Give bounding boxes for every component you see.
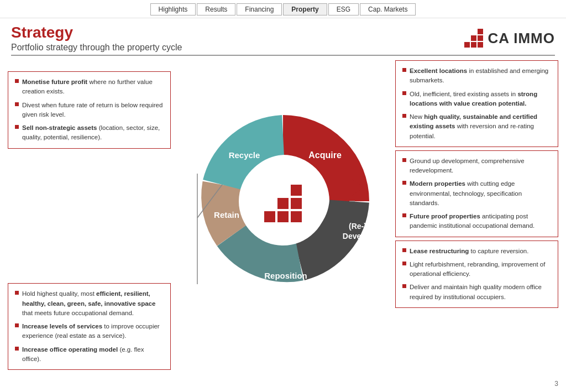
svg-text:(Re-): (Re-) (349, 222, 366, 231)
svg-text:Reposition: Reposition (264, 271, 307, 280)
top-navigation: Highlights Results Financing Property ES… (0, 0, 566, 18)
header-divider (11, 55, 555, 56)
bullet-icon (402, 68, 406, 72)
list-item: Excellent locations in established and e… (402, 66, 551, 86)
bullet-text: Divest when future rate of return is bel… (22, 101, 164, 120)
bullet-text: Sell non-strategic assets (location, sec… (22, 123, 164, 143)
list-item: Ground up development, comprehensive red… (402, 156, 551, 176)
svg-rect-1 (264, 211, 275, 222)
tab-cap-markets[interactable]: Cap. Markets (360, 3, 416, 15)
list-item: Divest when future rate of return is bel… (15, 101, 164, 120)
list-item: Sell non-strategic assets (location, sec… (15, 123, 164, 143)
svg-rect-6 (291, 185, 302, 196)
bullet-text: Increase levels of services to improve o… (22, 322, 164, 341)
logo-icon (464, 29, 483, 48)
bullet-icon (402, 91, 406, 95)
bullet-icon (15, 125, 19, 129)
bullet-icon (402, 262, 406, 265)
svg-rect-5 (291, 198, 302, 209)
page-number: 3 (554, 380, 558, 388)
tab-property[interactable]: Property (283, 3, 327, 15)
bullet-icon (402, 114, 406, 118)
bullet-text: New high quality, sustainable and certif… (410, 112, 551, 141)
list-item: Old, inefficient, tired existing assets … (402, 90, 551, 109)
bullet-icon (15, 347, 19, 351)
tab-esg[interactable]: ESG (328, 3, 359, 15)
tab-results[interactable]: Results (197, 3, 235, 15)
bullet-icon (15, 102, 19, 106)
list-item: Modern properties with cutting edge envi… (402, 179, 551, 208)
tab-financing[interactable]: Financing (237, 3, 282, 15)
right-acquire-box: Excellent locations in established and e… (395, 60, 558, 147)
list-item: Increase levels of services to improve o… (15, 322, 164, 341)
bullet-text: Lease restructuring to capture reversion… (410, 247, 551, 256)
svg-text:Retain: Retain (214, 210, 239, 219)
bullet-text: Modern properties with cutting edge envi… (410, 179, 551, 208)
list-item: Increase office operating model (e.g. fl… (15, 345, 164, 364)
svg-rect-3 (291, 211, 302, 222)
main-content: Monetise future profit where no further … (0, 60, 566, 370)
bullet-icon (402, 158, 406, 162)
bullet-text: Increase office operating model (e.g. fl… (22, 345, 164, 364)
bullet-text: Old, inefficient, tired existing assets … (410, 90, 551, 109)
list-item: New high quality, sustainable and certif… (402, 112, 551, 141)
bullet-text: Deliver and maintain high quality modern… (410, 283, 551, 302)
page-header: Strategy Portfolio strategy through the … (0, 18, 566, 55)
bullet-text: Hold highest quality, most efficient, re… (22, 289, 164, 318)
bullet-text: Future proof properties anticipating pos… (410, 212, 551, 231)
bullet-icon (15, 323, 19, 327)
logo-text: CA IMMO (488, 30, 555, 47)
bullet-icon (15, 291, 19, 295)
left-top-box: Monetise future profit where no further … (8, 71, 171, 149)
right-redevelop-box: Ground up development, comprehensive red… (395, 150, 558, 237)
svg-text:Acquire: Acquire (308, 150, 342, 160)
header-text: Strategy Portfolio strategy through the … (11, 24, 182, 53)
list-item: Future proof properties anticipating pos… (402, 212, 551, 231)
bullet-icon (402, 284, 406, 288)
company-logo: CA IMMO (464, 29, 555, 48)
cycle-svg: Acquire (Re-) Develop Reposition Retain … (189, 107, 377, 323)
cycle-diagram: Acquire (Re-) Develop Reposition Retain … (171, 60, 395, 370)
left-bottom-box: Hold highest quality, most efficient, re… (8, 283, 171, 370)
svg-text:Recycle: Recycle (229, 150, 260, 160)
bullet-icon (15, 79, 19, 83)
list-item: Lease restructuring to capture reversion… (402, 247, 551, 256)
list-item: Monetise future profit where no further … (15, 77, 164, 97)
list-item: Hold highest quality, most efficient, re… (15, 289, 164, 318)
bullet-text: Light refurbishment, rebranding, improve… (410, 260, 551, 279)
svg-text:Develop: Develop (343, 232, 373, 241)
bullet-text: Excellent locations in established and e… (410, 66, 551, 86)
left-panel: Monetise future profit where no further … (8, 60, 171, 370)
bullet-text: Monetise future profit where no further … (22, 77, 164, 97)
svg-rect-4 (277, 198, 289, 209)
page-subtitle: Portfolio strategy through the property … (11, 43, 182, 53)
page-title: Strategy (11, 24, 182, 41)
bullet-text: Ground up development, comprehensive red… (410, 156, 551, 176)
tab-highlights[interactable]: Highlights (150, 3, 196, 15)
bullet-icon (402, 181, 406, 185)
bullet-icon (402, 248, 406, 252)
right-reposition-box: Lease restructuring to capture reversion… (395, 241, 558, 308)
svg-rect-2 (277, 211, 289, 222)
bullet-icon (402, 213, 406, 217)
right-panel: Excellent locations in established and e… (395, 60, 558, 370)
list-item: Light refurbishment, rebranding, improve… (402, 260, 551, 279)
list-item: Deliver and maintain high quality modern… (402, 283, 551, 302)
